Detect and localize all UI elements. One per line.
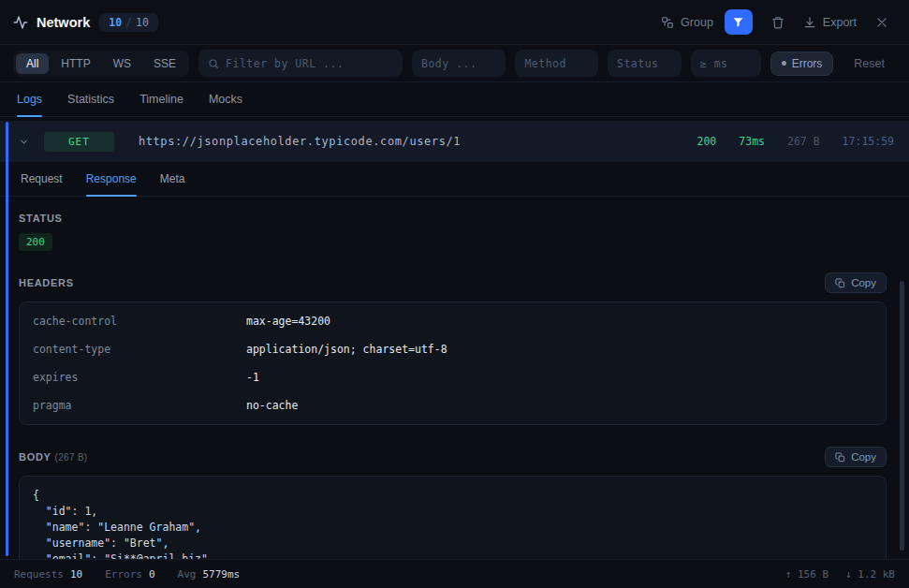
export-button[interactable]: Export (803, 16, 857, 29)
download-size: ↓ 1.2 kB (845, 568, 895, 581)
status-section-label: STATUS (19, 213, 887, 224)
filter-toggle-button[interactable] (725, 9, 753, 35)
statusbar-errors: Errors 0 (105, 568, 154, 581)
group-button[interactable]: Group (661, 16, 713, 29)
requests-value: 10 (70, 568, 82, 581)
main-tabs: Logs Statistics Timeline Mocks (0, 82, 909, 117)
segment-all[interactable]: All (16, 53, 49, 74)
header-value: no-cache (246, 399, 298, 412)
errors-dot-icon (782, 61, 786, 66)
status-bar: Requests 10 Errors 0 Avg 5779ms ↑ 156 B … (0, 559, 909, 588)
errors-filter-button[interactable]: Errors (770, 51, 834, 76)
header-row: pragma no-cache (20, 391, 886, 419)
header-value: max-age=43200 (246, 315, 330, 328)
header-row: expires -1 (20, 363, 886, 391)
request-status-code: 200 (697, 135, 717, 148)
statusbar-avg: Avg 5779ms (178, 568, 241, 581)
tab-statistics[interactable]: Statistics (67, 82, 114, 116)
header-left: Network 10/10 (13, 13, 158, 32)
copy-headers-button[interactable]: Copy (825, 272, 887, 293)
header-actions: Group Export (661, 9, 896, 35)
request-row[interactable]: GET https://jsonplaceholder.typicode.com… (0, 121, 909, 162)
url-filter-input[interactable] (226, 57, 393, 70)
header-row: content-type application/json; charset=u… (20, 335, 886, 363)
body-filter-wrap (412, 50, 506, 77)
copy-body-label: Copy (851, 451, 876, 463)
group-button-label: Group (681, 16, 713, 29)
errors-label: Errors (105, 568, 142, 581)
detail-tabs: Request Response Meta (0, 162, 909, 197)
reset-filters-button[interactable]: Reset (843, 53, 896, 74)
close-button[interactable] (868, 9, 896, 35)
headers-section-head: HEADERS Copy (19, 272, 887, 293)
method-badge: GET (44, 132, 114, 152)
header: Network 10/10 Group (0, 0, 909, 45)
copy-icon (835, 278, 845, 288)
selected-request-accent (6, 122, 8, 556)
headers-table: cache-control max-age=43200 content-type… (19, 301, 887, 425)
method-filter-wrap (515, 50, 598, 77)
request-count-badge: 10/10 (99, 13, 158, 32)
status-filter-input[interactable] (617, 57, 672, 70)
request-timestamp: 17:15:59 (843, 135, 894, 148)
close-icon (875, 16, 888, 29)
clear-requests-button[interactable] (764, 9, 792, 35)
header-key: cache-control (33, 315, 246, 328)
url-filter-wrap (198, 50, 403, 77)
code-line: { (33, 488, 872, 504)
tab-mocks[interactable]: Mocks (209, 82, 242, 116)
body-size-note: (267 B) (55, 452, 88, 463)
method-filter-input[interactable] (524, 57, 589, 70)
download-icon (803, 16, 816, 29)
body-section-label: BODY(267 B) (19, 451, 88, 463)
header-key: expires (33, 371, 246, 384)
code-line: "email": "Si**@april.biz", (33, 551, 872, 559)
segment-http[interactable]: HTTP (51, 53, 100, 74)
requests-label: Requests (14, 568, 64, 581)
detail-tab-request[interactable]: Request (21, 162, 63, 196)
statusbar-requests: Requests 10 (14, 568, 82, 581)
header-key: pragma (33, 399, 246, 412)
body-section-head: BODY(267 B) Copy (19, 447, 887, 467)
chevron-down-icon[interactable] (19, 137, 29, 147)
count-current: 10 (109, 16, 122, 29)
segment-sse[interactable]: SSE (143, 53, 186, 74)
copy-icon (835, 452, 845, 463)
header-value: -1 (246, 371, 259, 384)
status-filter-wrap (608, 50, 682, 77)
filter-icon (732, 16, 744, 28)
status-badge: 200 (19, 233, 52, 251)
segment-ws[interactable]: WS (103, 53, 141, 74)
scrollbar-thumb[interactable] (900, 281, 904, 551)
avg-label: Avg (178, 568, 197, 581)
count-separator: / (125, 16, 132, 29)
count-total: 10 (136, 16, 149, 29)
request-url: https://jsonplaceholder.typicode.com/use… (139, 135, 686, 148)
headers-section-label: HEADERS (19, 277, 74, 288)
tab-logs[interactable]: Logs (17, 82, 42, 116)
duration-filter-wrap (691, 50, 761, 77)
request-duration: 73ms (739, 135, 765, 148)
body-label: BODY (19, 451, 51, 463)
request-size: 267 B (787, 135, 820, 148)
header-key: content-type (33, 343, 246, 356)
filter-bar: All HTTP WS SSE Errors Reset (0, 45, 909, 82)
avg-value: 5779ms (202, 568, 240, 581)
errors-filter-label: Errors (792, 57, 823, 70)
request-metrics: 200 73ms 267 B 17:15:59 (697, 135, 895, 148)
detail-tab-response[interactable]: Response (86, 162, 137, 196)
copy-headers-label: Copy (851, 277, 876, 288)
detail-tab-meta[interactable]: Meta (160, 162, 185, 196)
logs-panel: GET https://jsonplaceholder.typicode.com… (0, 117, 909, 559)
code-line: "id": 1, (33, 504, 872, 520)
response-body-code: { "id": 1, "name": "Leanne Graham", "use… (19, 476, 887, 559)
duration-filter-input[interactable] (700, 57, 752, 70)
response-detail: STATUS 200 HEADERS Copy cache-control ma… (0, 197, 909, 559)
copy-body-button[interactable]: Copy (825, 447, 887, 467)
search-icon (208, 58, 219, 69)
body-filter-input[interactable] (421, 57, 496, 70)
header-value: application/json; charset=utf-8 (246, 343, 447, 356)
header-row: cache-control max-age=43200 (20, 307, 886, 335)
page-title: Network (37, 15, 90, 30)
tab-timeline[interactable]: Timeline (139, 82, 183, 116)
